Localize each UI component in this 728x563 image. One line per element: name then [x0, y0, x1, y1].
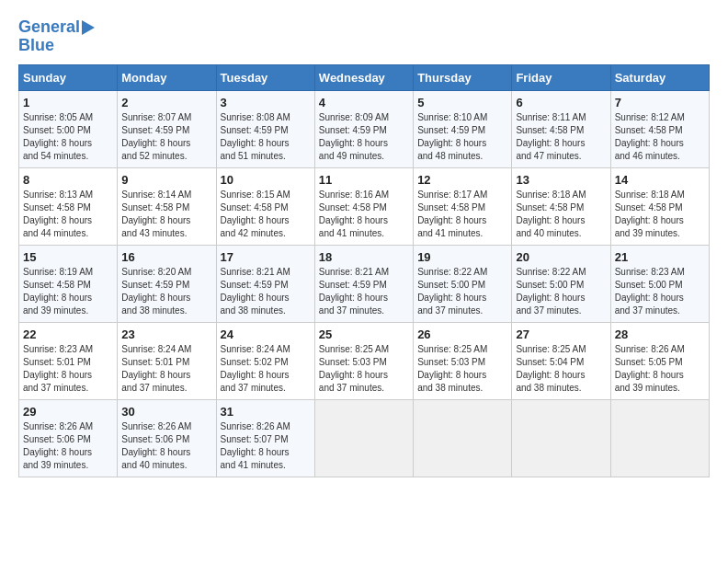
- day-info: Sunrise: 8:24 AM Sunset: 5:01 PM Dayligh…: [121, 343, 211, 395]
- day-number: 22: [23, 327, 113, 341]
- calendar-cell: [314, 399, 413, 477]
- logo: General Blue: [18, 18, 95, 55]
- calendar-cell: 28Sunrise: 8:26 AM Sunset: 5:05 PM Dayli…: [610, 322, 709, 399]
- header-day-friday: Friday: [512, 64, 610, 90]
- day-number: 21: [615, 250, 705, 264]
- week-row-1: 1Sunrise: 8:05 AM Sunset: 5:00 PM Daylig…: [19, 90, 710, 167]
- day-info: Sunrise: 8:18 AM Sunset: 4:58 PM Dayligh…: [516, 189, 606, 240]
- calendar-cell: 30Sunrise: 8:26 AM Sunset: 5:06 PM Dayli…: [118, 399, 216, 477]
- week-row-5: 29Sunrise: 8:26 AM Sunset: 5:06 PM Dayli…: [19, 399, 710, 477]
- day-info: Sunrise: 8:15 AM Sunset: 4:58 PM Dayligh…: [221, 189, 311, 240]
- day-number: 23: [121, 327, 211, 341]
- calendar-body: 1Sunrise: 8:05 AM Sunset: 5:00 PM Daylig…: [19, 90, 710, 477]
- day-number: 19: [417, 250, 507, 264]
- day-number: 4: [319, 96, 409, 109]
- day-number: 6: [516, 96, 606, 109]
- calendar-cell: 21Sunrise: 8:23 AM Sunset: 5:00 PM Dayli…: [610, 245, 709, 322]
- day-number: 10: [221, 173, 311, 187]
- day-info: Sunrise: 8:10 AM Sunset: 4:59 PM Dayligh…: [417, 111, 507, 163]
- day-number: 31: [221, 405, 311, 419]
- day-number: 2: [121, 96, 211, 109]
- logo-line1: General: [18, 18, 95, 37]
- calendar-cell: 10Sunrise: 8:15 AM Sunset: 4:58 PM Dayli…: [216, 167, 314, 245]
- header-day-thursday: Thursday: [414, 64, 512, 90]
- week-row-4: 22Sunrise: 8:23 AM Sunset: 5:01 PM Dayli…: [19, 322, 710, 399]
- calendar-cell: [414, 399, 512, 477]
- day-number: 18: [319, 250, 409, 264]
- calendar-cell: 16Sunrise: 8:20 AM Sunset: 4:59 PM Dayli…: [118, 245, 216, 322]
- calendar-cell: 7Sunrise: 8:12 AM Sunset: 4:58 PM Daylig…: [610, 90, 709, 167]
- page: General Blue SundayMondayTuesdayWednesda…: [0, 0, 728, 487]
- calendar-cell: 29Sunrise: 8:26 AM Sunset: 5:06 PM Dayli…: [19, 399, 118, 477]
- calendar-cell: 9Sunrise: 8:14 AM Sunset: 4:58 PM Daylig…: [118, 167, 216, 245]
- calendar-cell: 20Sunrise: 8:22 AM Sunset: 5:00 PM Dayli…: [512, 245, 610, 322]
- week-row-2: 8Sunrise: 8:13 AM Sunset: 4:58 PM Daylig…: [19, 167, 710, 245]
- calendar-cell: 25Sunrise: 8:25 AM Sunset: 5:03 PM Dayli…: [314, 322, 413, 399]
- calendar-cell: 2Sunrise: 8:07 AM Sunset: 4:59 PM Daylig…: [118, 90, 216, 167]
- day-number: 20: [516, 250, 606, 264]
- calendar-cell: 3Sunrise: 8:08 AM Sunset: 4:59 PM Daylig…: [216, 90, 314, 167]
- day-info: Sunrise: 8:26 AM Sunset: 5:07 PM Dayligh…: [221, 420, 311, 472]
- day-info: Sunrise: 8:26 AM Sunset: 5:06 PM Dayligh…: [23, 420, 113, 472]
- day-info: Sunrise: 8:25 AM Sunset: 5:04 PM Dayligh…: [516, 343, 606, 395]
- header-day-wednesday: Wednesday: [314, 64, 413, 90]
- header-day-monday: Monday: [118, 64, 216, 90]
- week-row-3: 15Sunrise: 8:19 AM Sunset: 4:58 PM Dayli…: [19, 245, 710, 322]
- calendar-cell: 12Sunrise: 8:17 AM Sunset: 4:58 PM Dayli…: [414, 167, 512, 245]
- calendar-cell: 13Sunrise: 8:18 AM Sunset: 4:58 PM Dayli…: [512, 167, 610, 245]
- day-number: 11: [319, 173, 409, 187]
- day-number: 13: [516, 173, 606, 187]
- day-info: Sunrise: 8:14 AM Sunset: 4:58 PM Dayligh…: [121, 189, 211, 240]
- calendar-cell: 6Sunrise: 8:11 AM Sunset: 4:58 PM Daylig…: [512, 90, 610, 167]
- day-info: Sunrise: 8:26 AM Sunset: 5:06 PM Dayligh…: [121, 420, 211, 472]
- calendar-cell: 15Sunrise: 8:19 AM Sunset: 4:58 PM Dayli…: [19, 245, 118, 322]
- logo-text-blue: Blue: [18, 36, 54, 54]
- day-number: 28: [615, 327, 705, 341]
- calendar-cell: 1Sunrise: 8:05 AM Sunset: 5:00 PM Daylig…: [19, 90, 118, 167]
- day-info: Sunrise: 8:20 AM Sunset: 4:59 PM Dayligh…: [121, 266, 211, 317]
- day-number: 17: [221, 250, 311, 264]
- day-number: 26: [417, 327, 507, 341]
- day-info: Sunrise: 8:25 AM Sunset: 5:03 PM Dayligh…: [319, 343, 409, 395]
- day-info: Sunrise: 8:23 AM Sunset: 5:01 PM Dayligh…: [23, 343, 113, 395]
- day-number: 5: [417, 96, 507, 109]
- calendar-table: SundayMondayTuesdayWednesdayThursdayFrid…: [18, 64, 710, 477]
- calendar-cell: 8Sunrise: 8:13 AM Sunset: 4:58 PM Daylig…: [19, 167, 118, 245]
- day-number: 1: [23, 96, 113, 109]
- day-info: Sunrise: 8:05 AM Sunset: 5:00 PM Dayligh…: [23, 111, 113, 163]
- day-info: Sunrise: 8:17 AM Sunset: 4:58 PM Dayligh…: [417, 189, 507, 240]
- day-info: Sunrise: 8:07 AM Sunset: 4:59 PM Dayligh…: [121, 111, 211, 163]
- day-info: Sunrise: 8:19 AM Sunset: 4:58 PM Dayligh…: [23, 266, 113, 317]
- day-info: Sunrise: 8:16 AM Sunset: 4:58 PM Dayligh…: [319, 189, 409, 240]
- day-number: 9: [121, 173, 211, 187]
- calendar-cell: 23Sunrise: 8:24 AM Sunset: 5:01 PM Dayli…: [118, 322, 216, 399]
- day-info: Sunrise: 8:12 AM Sunset: 4:58 PM Dayligh…: [615, 111, 705, 163]
- day-info: Sunrise: 8:22 AM Sunset: 5:00 PM Dayligh…: [417, 266, 507, 317]
- logo-text-general: General: [18, 18, 80, 37]
- day-number: 30: [121, 405, 211, 419]
- day-number: 29: [23, 405, 113, 419]
- header: General Blue: [18, 18, 710, 55]
- day-number: 7: [615, 96, 705, 109]
- calendar-header: SundayMondayTuesdayWednesdayThursdayFrid…: [19, 64, 710, 90]
- day-info: Sunrise: 8:18 AM Sunset: 4:58 PM Dayligh…: [615, 189, 705, 240]
- header-day-sunday: Sunday: [19, 64, 118, 90]
- day-info: Sunrise: 8:24 AM Sunset: 5:02 PM Dayligh…: [221, 343, 311, 395]
- calendar-cell: 11Sunrise: 8:16 AM Sunset: 4:58 PM Dayli…: [314, 167, 413, 245]
- day-info: Sunrise: 8:23 AM Sunset: 5:00 PM Dayligh…: [615, 266, 705, 317]
- day-number: 15: [23, 250, 113, 264]
- calendar-cell: [512, 399, 610, 477]
- calendar-cell: 22Sunrise: 8:23 AM Sunset: 5:01 PM Dayli…: [19, 322, 118, 399]
- day-info: Sunrise: 8:21 AM Sunset: 4:59 PM Dayligh…: [319, 266, 409, 317]
- day-info: Sunrise: 8:11 AM Sunset: 4:58 PM Dayligh…: [516, 111, 606, 163]
- header-day-saturday: Saturday: [610, 64, 709, 90]
- header-row: SundayMondayTuesdayWednesdayThursdayFrid…: [19, 64, 710, 90]
- logo-line2: Blue: [18, 37, 54, 55]
- logo-arrow-icon: [82, 20, 95, 35]
- day-number: 3: [221, 96, 311, 109]
- calendar-cell: 17Sunrise: 8:21 AM Sunset: 4:59 PM Dayli…: [216, 245, 314, 322]
- day-number: 24: [221, 327, 311, 341]
- calendar-cell: 19Sunrise: 8:22 AM Sunset: 5:00 PM Dayli…: [414, 245, 512, 322]
- day-number: 12: [417, 173, 507, 187]
- calendar-cell: 14Sunrise: 8:18 AM Sunset: 4:58 PM Dayli…: [610, 167, 709, 245]
